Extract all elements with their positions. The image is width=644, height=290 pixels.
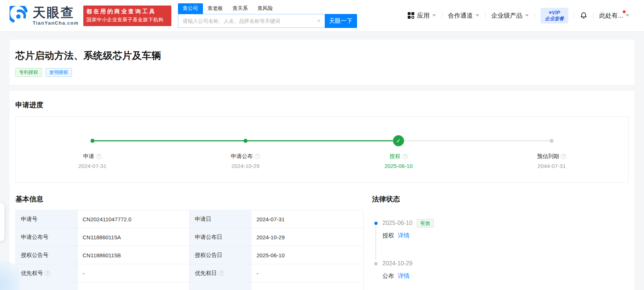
timeline-step-date-0: 2024-07-31: [16, 163, 169, 169]
search-tabs: 查公司查老板查关系查风险: [178, 3, 357, 14]
timeline-step-label-1: 申请公布?: [169, 153, 322, 160]
info-value-text: -: [83, 270, 84, 276]
info-value-text: CN118860115B: [83, 252, 121, 258]
search-block: 查公司查老板查关系查风险 × 天眼一下: [178, 3, 357, 28]
info-value-cell: 2024-07-31: [251, 210, 364, 228]
step-label-text: 预估到期: [537, 153, 559, 159]
chevron-down-icon: [476, 14, 479, 17]
account-menu[interactable]: 此处有...: [593, 11, 631, 20]
info-label-cell: 授权公告号: [16, 246, 77, 264]
info-label-cell: 申请公布号: [16, 228, 77, 246]
clear-input-icon[interactable]: ×: [317, 18, 320, 24]
legal-status-section: 法律状态 2025-06-10有效授权详情2024-10-29公布详情: [372, 195, 629, 290]
timeline-step-label-3: 预估到期?: [475, 153, 628, 160]
nav-item-2[interactable]: 企业级产品: [485, 11, 535, 20]
help-icon[interactable]: ?: [219, 271, 224, 276]
detail-link[interactable]: 详情: [398, 232, 410, 239]
nav-divider: [535, 12, 535, 19]
timeline-dot-icon: [374, 262, 378, 265]
vip-sublabel: 企业套餐: [545, 16, 564, 22]
search-input[interactable]: [178, 14, 325, 28]
info-label-cell: 申请公布日: [190, 228, 251, 246]
chevron-down-icon: [525, 14, 529, 17]
timeline-step-dot-2: ✓: [393, 135, 404, 146]
nav-item-0[interactable]: 应用: [402, 11, 442, 20]
table-row: 优先权号?-优先权日?-: [16, 264, 364, 282]
nav-item-label: 合作通道: [448, 11, 473, 20]
search-button[interactable]: 天眼一下: [325, 14, 357, 28]
help-icon[interactable]: ?: [45, 271, 50, 276]
info-value-text: 2024-10-29: [256, 234, 285, 240]
search-tab-2[interactable]: 查关系: [228, 3, 253, 14]
legal-status-text: 授权: [382, 232, 394, 239]
info-label-text: 优先权号: [21, 270, 43, 276]
info-value-text: 2024-07-31: [256, 216, 285, 222]
timeline-step-dot-1: [243, 139, 247, 143]
basic-info-table: 申请号CN202411047772.0申请日2024-07-31申请公布号CN1…: [15, 210, 364, 290]
timeline-step-date-3: 2044-07-31: [475, 163, 628, 169]
help-icon[interactable]: ?: [402, 154, 408, 159]
patent-title: 芯片启动方法、系统级芯片及车辆: [15, 49, 629, 62]
step-label-text: 申请: [83, 153, 94, 159]
timeline-step-label-2: 授权?: [322, 153, 475, 160]
legal-date-row: 2024-10-29: [382, 260, 629, 267]
legal-date-text: 2025-06-10: [382, 220, 412, 226]
legal-status-item-1: 2024-10-29公布详情: [372, 260, 629, 280]
tianyancha-logo-icon: [10, 6, 29, 26]
help-icon[interactable]: ?: [96, 154, 102, 159]
legal-status-row: 公布详情: [382, 272, 629, 280]
info-value-cell: CN118860115A: [77, 228, 190, 246]
step-label-text: 申请公布: [231, 153, 253, 159]
basic-info-section: 基本信息 申请号CN202411047772.0申请日2024-07-31申请公…: [15, 195, 363, 290]
top-header: 天眼查 TianYanCha.com 都在用的商业查询工具 国家中小企业发展子基…: [0, 0, 644, 32]
info-label-cell: 申请号: [16, 210, 77, 228]
vip-package-badge[interactable]: ♥VIP 企业套餐: [541, 8, 568, 23]
info-value-text: CN118860115A: [83, 234, 121, 240]
brand-slogan-banner: 都在用的商业查询工具 国家中小企业发展子基金旗下机构: [83, 6, 171, 26]
info-value-text: 2025-06-10: [256, 252, 285, 258]
timeline-step-label-0: 申请?: [16, 153, 169, 160]
info-label-text: 申请公布日: [195, 234, 222, 240]
legal-status-row: 授权详情: [382, 232, 629, 239]
info-cell: [190, 282, 251, 290]
patent-tag-0: 专利授权: [15, 68, 42, 77]
legal-status-item-0: 2025-06-10有效授权详情: [372, 219, 629, 239]
timeline-step-date-2: 2025-06-10: [322, 163, 475, 169]
info-value-cell: 2025-06-10: [251, 246, 364, 264]
notifications-button[interactable]: [574, 11, 593, 20]
info-label-cell: 优先权号?: [16, 264, 77, 282]
vip-heart-icon: ♥: [549, 10, 552, 15]
info-value-text: -: [256, 270, 258, 276]
search-tab-0[interactable]: 查公司: [178, 3, 203, 14]
help-icon[interactable]: ?: [561, 154, 566, 159]
header-nav: 应用合作通道企业级产品 ♥VIP 企业套餐 此处有...: [402, 8, 631, 23]
info-label-text: 申请公布号: [21, 234, 48, 240]
nav-item-1[interactable]: 合作通道: [442, 11, 485, 20]
search-tab-1[interactable]: 查老板: [203, 3, 228, 14]
timeline-line-future: [399, 140, 552, 141]
vip-label: VIP: [552, 10, 560, 15]
side-float-handle[interactable]: [0, 203, 4, 241]
notification-red-dot: [623, 10, 626, 13]
info-value-cell: CN118860115B: [77, 246, 190, 264]
progress-section-title: 申请进度: [15, 101, 629, 109]
search-tab-3[interactable]: 查风险: [253, 3, 278, 14]
step-date-text: 2024-10-29: [232, 163, 260, 169]
info-value-cell: -: [251, 264, 364, 282]
info-label-text: 优先权日: [195, 270, 217, 276]
info-cell: [16, 282, 77, 290]
step-date-text: 2044-07-31: [538, 163, 566, 169]
info-label-text: 申请号: [21, 216, 37, 222]
apps-grid-icon: [408, 12, 414, 19]
timeline-step-dot-3: [550, 139, 554, 143]
timeline-step-dot-0: [90, 139, 94, 143]
help-icon[interactable]: ?: [255, 154, 260, 159]
bell-icon: [580, 11, 587, 20]
step-date-text: 2024-07-31: [78, 163, 106, 169]
banner-line-2: 国家中小企业发展子基金旗下机构: [87, 17, 168, 23]
tianyancha-logo[interactable]: 天眼查 TianYanCha.com: [10, 6, 79, 26]
detail-link[interactable]: 详情: [398, 273, 410, 279]
banner-line-1: 都在用的商业查询工具: [87, 8, 168, 15]
basic-info-section-title: 基本信息: [15, 195, 363, 203]
timeline-dot-icon: [374, 222, 378, 225]
